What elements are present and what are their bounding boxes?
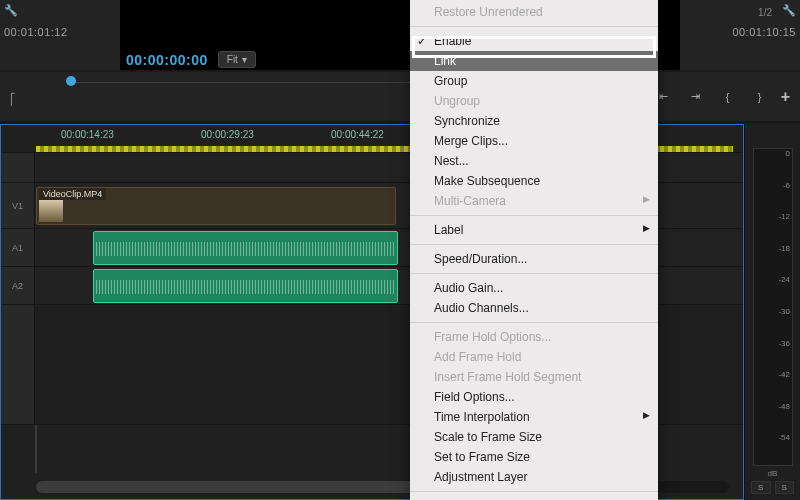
audio-clip[interactable]	[93, 269, 398, 303]
transport-toolbar: ⎡ ⇤ ⇥ { } +	[0, 72, 800, 122]
program-timecode[interactable]: 00:00:00:00	[126, 52, 208, 68]
menu-separator	[410, 244, 658, 245]
audio-clip[interactable]	[93, 231, 398, 265]
video-clip[interactable]: VideoClip.MP4	[36, 187, 396, 225]
menu-insert-frame-hold-segment: Insert Frame Hold Segment	[410, 367, 658, 387]
menu-time-interpolation[interactable]: Time Interpolation	[410, 407, 658, 427]
menu-nest[interactable]: Nest...	[410, 151, 658, 171]
source-monitor-meta: 🔧 00:01:01:12	[0, 0, 120, 70]
menu-separator	[410, 215, 658, 216]
waveform	[96, 280, 395, 294]
menu-field-options[interactable]: Field Options...	[410, 387, 658, 407]
level-meter: 0-6-12-18-24-30-36-42-48-54	[753, 148, 793, 466]
wrench-icon[interactable]: 🔧	[4, 4, 20, 20]
meter-tick: 0	[786, 149, 790, 158]
playhead-handle[interactable]	[66, 76, 76, 86]
meter-tick: -54	[778, 433, 790, 442]
menu-speed-duration[interactable]: Speed/Duration...	[410, 249, 658, 269]
menu-group[interactable]: Group	[410, 71, 658, 91]
menu-enable[interactable]: Enable	[410, 31, 658, 51]
meter-tick: -12	[778, 212, 790, 221]
menu-set-to-frame-size[interactable]: Set to Frame Size	[410, 447, 658, 467]
meter-tick: -36	[778, 339, 790, 348]
menu-add-frame-hold: Add Frame Hold	[410, 347, 658, 367]
meter-tick: -42	[778, 370, 790, 379]
clip-label: VideoClip.MP4	[39, 188, 106, 200]
add-button[interactable]: +	[781, 88, 790, 106]
meter-tick: -6	[783, 181, 790, 190]
source-controls: ⎡	[10, 93, 16, 106]
menu-separator	[410, 26, 658, 27]
solo-button[interactable]: S	[775, 481, 795, 494]
track-header[interactable]: A2	[1, 267, 35, 304]
meter-tick: -30	[778, 307, 790, 316]
menu-adjustment-layer[interactable]: Adjustment Layer	[410, 467, 658, 487]
clip-thumbnail	[39, 200, 63, 222]
menu-synchronize[interactable]: Synchronize	[410, 111, 658, 131]
chevron-down-icon: ▾	[242, 54, 247, 65]
meter-tick: -24	[778, 275, 790, 284]
mark-out-icon[interactable]: }	[749, 86, 771, 108]
solo-button[interactable]: S	[751, 481, 771, 494]
menu-audio-gain[interactable]: Audio Gain...	[410, 278, 658, 298]
menu-separator	[410, 491, 658, 492]
monitor-bar: 🔧 00:01:01:12 00:00:00:00 Fit▾ 1/2 🔧 00:…	[0, 0, 800, 70]
meter-tick: -18	[778, 244, 790, 253]
menu-link[interactable]: Link	[410, 51, 658, 71]
wrench-icon[interactable]: 🔧	[780, 4, 796, 20]
waveform	[96, 242, 395, 256]
track-header[interactable]: V1	[1, 183, 35, 228]
meter-tick: -48	[778, 402, 790, 411]
mark-in-icon[interactable]: {	[717, 86, 739, 108]
source-timecode: 00:01:01:12	[4, 26, 116, 38]
overwrite-icon[interactable]: ⇥	[685, 86, 707, 108]
menu-separator	[410, 322, 658, 323]
menu-restore-unrendered: Restore Unrendered	[410, 2, 658, 22]
menu-label[interactable]: Label	[410, 220, 658, 240]
track-header[interactable]: A1	[1, 229, 35, 266]
audio-meter-panel: 0-6-12-18-24-30-36-42-48-54 dB S S	[744, 124, 800, 500]
ruler-tick: 00:00:29:23	[201, 129, 254, 140]
menu-audio-channels[interactable]: Audio Channels...	[410, 298, 658, 318]
track-header[interactable]	[1, 153, 35, 182]
zoom-fit-dropdown[interactable]: Fit▾	[218, 51, 256, 68]
menu-make-subsequence[interactable]: Make Subsequence	[410, 171, 658, 191]
menu-link-media: Link Media...	[410, 496, 658, 500]
ruler-tick: 00:00:44:22	[331, 129, 384, 140]
menu-ungroup: Ungroup	[410, 91, 658, 111]
menu-separator	[410, 273, 658, 274]
ruler-tick: 00:00:14:23	[61, 129, 114, 140]
menu-merge-clips[interactable]: Merge Clips...	[410, 131, 658, 151]
menu-multicamera: Multi-Camera	[410, 191, 658, 211]
program-monitor-meta: 1/2 🔧 00:01:10:15	[680, 0, 800, 70]
menu-scale-to-frame-size[interactable]: Scale to Frame Size	[410, 427, 658, 447]
playback-resolution[interactable]: 1/2	[758, 7, 772, 18]
meter-unit: dB	[745, 469, 800, 478]
clip-context-menu: Restore Unrendered Enable Link Group Ung…	[410, 0, 658, 500]
track-header[interactable]	[1, 305, 35, 424]
mark-in-icon[interactable]: ⎡	[10, 93, 16, 106]
out-timecode: 00:01:10:15	[684, 26, 796, 38]
menu-frame-hold-options: Frame Hold Options...	[410, 327, 658, 347]
